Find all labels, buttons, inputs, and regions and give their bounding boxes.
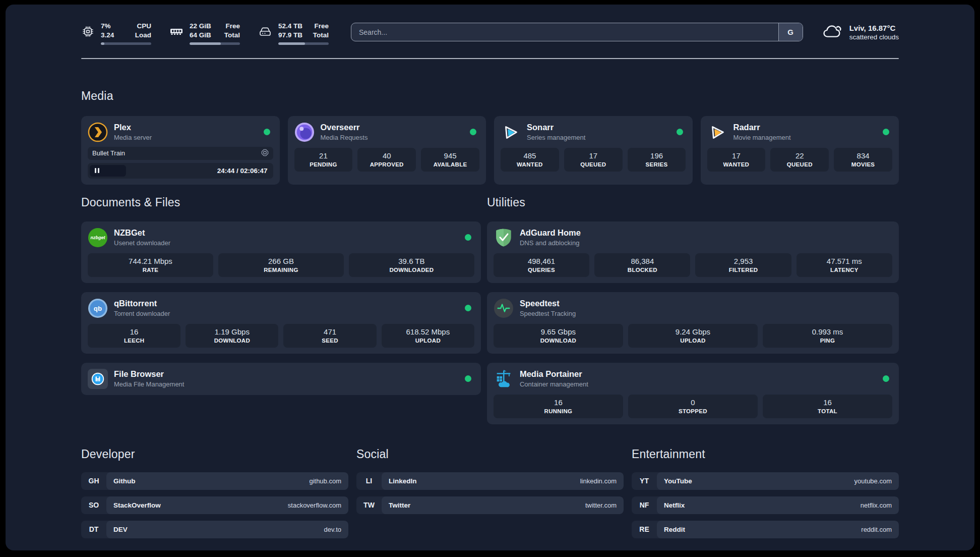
stat-filtered: 2,953FILTERED (695, 253, 791, 277)
app-card-nzbget[interactable]: nzbget NZBGet Usenet downloader 74 (81, 221, 481, 283)
app-card-plex[interactable]: Plex Media server Bullet Train (81, 116, 280, 185)
nzbget-icon: nzbget (88, 228, 108, 248)
link-stackoverflow[interactable]: SO StackOverflow stackoverflow.com (81, 496, 348, 514)
link-dev[interactable]: DT DEV dev.to (81, 521, 348, 538)
app-subtitle: Series management (527, 134, 670, 141)
ram-values: 22 GiB64 GiB (190, 22, 211, 40)
status-dot (470, 129, 476, 135)
link-linkedin[interactable]: LI LinkedIn linkedin.com (356, 472, 624, 490)
link-abbr: NF (632, 496, 657, 514)
status-dot (883, 129, 889, 135)
link-name: Github (113, 477, 136, 485)
stat-stopped: 0STOPPED (628, 395, 758, 418)
link-url: twitter.com (585, 502, 617, 509)
stat-available: 945AVAILABLE (421, 148, 479, 172)
app-card-sonarr[interactable]: Sonarr Series management 485WANTED 17QUE… (494, 116, 693, 185)
link-name: Reddit (664, 526, 685, 533)
stat-queued: 22QUEUED (770, 148, 829, 172)
link-abbr: SO (81, 496, 106, 514)
disk-progress-fill (278, 42, 305, 45)
app-name: File Browser (114, 369, 459, 379)
stat-remaining: 266 GBREMAINING (218, 253, 344, 277)
link-netflix[interactable]: NF Netflix netflix.com (632, 496, 899, 514)
link-abbr: DT (81, 521, 106, 538)
stat-wanted: 17WANTED (707, 148, 766, 172)
svg-text:nzbget: nzbget (90, 235, 105, 240)
app-card-adguard[interactable]: AdGuard Home DNS and adblocking 498,461Q… (487, 221, 899, 283)
link-name: LinkedIn (389, 477, 417, 485)
pause-button[interactable] (90, 165, 126, 177)
app-card-filebrowser[interactable]: File Browser Media File Management (81, 363, 481, 395)
link-name: StackOverflow (113, 502, 161, 509)
app-name: Radarr (733, 123, 877, 132)
cpu-labels: CPULoad (135, 22, 151, 40)
header: 7%3.24 CPULoad (81, 22, 899, 45)
stat-rate: 744.21 MbpsRATE (88, 253, 213, 277)
stat-queries: 498,461QUERIES (494, 253, 589, 277)
stat-approved: 40APPROVED (357, 148, 416, 172)
link-url: youtube.com (854, 477, 892, 485)
link-abbr: TW (356, 496, 382, 514)
section-title-utilities: Utilities (487, 196, 899, 209)
now-playing-title: Bullet Train (92, 149, 125, 157)
link-reddit[interactable]: RE Reddit reddit.com (632, 521, 899, 538)
link-abbr: GH (81, 472, 106, 490)
section-title-documents: Documents & Files (81, 196, 481, 209)
link-url: reddit.com (861, 526, 892, 533)
overseerr-icon (294, 122, 315, 142)
stat-running: 16RUNNING (494, 395, 623, 418)
status-dot (883, 375, 889, 382)
stat-upload: 618.52 MbpsUPLOAD (382, 324, 474, 348)
stat-series: 196SERIES (628, 148, 686, 172)
stat-pending: 21PENDING (294, 148, 353, 172)
app-name: Sonarr (527, 123, 670, 132)
link-youtube[interactable]: YT YouTube youtube.com (632, 472, 899, 490)
cpu-progressbar (101, 42, 151, 45)
status-dot (465, 234, 471, 241)
app-name: Overseerr (321, 123, 464, 132)
stat-upload: 9.24 GbpsUPLOAD (628, 324, 758, 348)
weather-widget: Lviv, 16.87°C scattered clouds (822, 23, 899, 42)
app-name: Media Portainer (520, 369, 877, 379)
stat-movies: 834MOVIES (834, 148, 892, 172)
app-name: Speedtest (520, 299, 892, 308)
link-name: Netflix (664, 502, 685, 509)
app-card-overseerr[interactable]: Overseerr Media Requests 21PENDING 40APP… (288, 116, 486, 185)
app-card-portainer[interactable]: Media Portainer Container management 16R… (487, 363, 899, 424)
app-card-speedtest[interactable]: Speedtest Speedtest Tracking 9.65 GbpsDO… (487, 292, 899, 354)
link-url: stackoverflow.com (288, 502, 341, 509)
app-name: qBittorrent (114, 299, 459, 308)
stat-seed: 471SEED (283, 324, 376, 348)
stat-leech: 16LEECH (88, 324, 180, 348)
stat-queued: 17QUEUED (564, 148, 623, 172)
stat-wanted: 485WANTED (501, 148, 559, 172)
section-title-developer: Developer (81, 448, 348, 461)
app-subtitle: Media server (114, 134, 258, 141)
app-card-qbittorrent[interactable]: qb qBittorrent Torrent downloader (81, 292, 481, 354)
status-dot (465, 375, 471, 382)
link-abbr: YT (632, 472, 657, 490)
app-subtitle: Media Requests (321, 134, 464, 141)
link-url: dev.to (324, 526, 341, 533)
link-github[interactable]: GH Github github.com (81, 472, 348, 490)
link-url: linkedin.com (580, 477, 617, 485)
link-twitter[interactable]: TW Twitter twitter.com (356, 496, 624, 514)
link-abbr: RE (632, 521, 657, 538)
app-name: AdGuard Home (520, 228, 892, 238)
ram-metric: 22 GiB64 GiB FreeTotal (169, 22, 240, 45)
disk-labels: FreeTotal (313, 22, 329, 40)
dashboard: 7%3.24 CPULoad (6, 5, 974, 550)
settings-gear-icon[interactable] (261, 149, 269, 158)
header-divider (81, 58, 899, 59)
app-card-radarr[interactable]: Radarr Movie management 17WANTED 22QUEUE… (701, 116, 899, 185)
radarr-icon (707, 122, 727, 142)
search-input[interactable] (351, 23, 778, 41)
plex-icon (88, 122, 108, 142)
ram-progress-fill (190, 42, 221, 45)
portainer-icon (494, 369, 514, 389)
search-engine-button[interactable]: G (778, 23, 803, 41)
disk-progressbar (278, 42, 329, 45)
stat-download: 1.19 GbpsDOWNLOAD (186, 324, 278, 348)
disk-icon (258, 25, 272, 45)
app-subtitle: Container management (520, 380, 877, 388)
